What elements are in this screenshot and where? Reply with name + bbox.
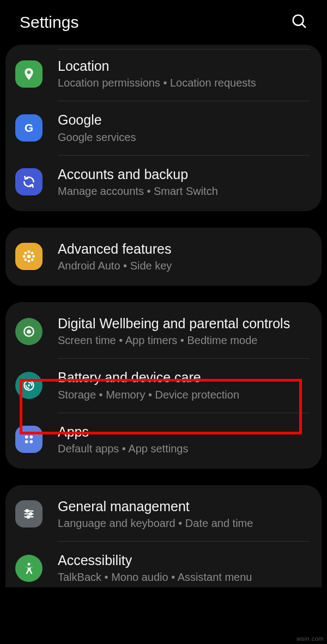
item-title: General management (58, 498, 312, 515)
svg-point-26 (28, 563, 31, 566)
watermark-text: wsin.com (296, 635, 324, 642)
settings-header: Settings (0, 0, 327, 45)
item-subtitle: Location permissions • Location requests (58, 76, 312, 90)
settings-item-google[interactable]: G Google Google services (5, 101, 322, 155)
item-title: Advanced features (58, 241, 312, 257)
svg-point-16 (25, 436, 28, 439)
svg-text:G: G (25, 121, 33, 133)
item-title: Location (58, 58, 312, 75)
device-care-icon (15, 372, 43, 399)
svg-point-7 (32, 255, 35, 258)
item-subtitle: Screen time • App timers • Bedtime mode (58, 333, 312, 347)
settings-item-accounts[interactable]: Accounts and backup Manage accounts • Sm… (5, 155, 322, 209)
item-subtitle: Default apps • App settings (58, 441, 312, 456)
svg-point-6 (23, 255, 26, 258)
svg-point-18 (25, 440, 28, 444)
sliders-icon (15, 500, 43, 528)
svg-point-21 (26, 510, 28, 512)
settings-group: Digital Wellbeing and parental controls … (5, 302, 322, 469)
item-title: Battery and device care (58, 369, 312, 386)
item-text: General management Language and keyboard… (58, 498, 312, 530)
wellbeing-icon (15, 318, 43, 345)
item-subtitle: Storage • Memory • Device protection (58, 388, 312, 402)
location-pin-icon (15, 60, 43, 88)
item-text: Accounts and backup Manage accounts • Sm… (58, 166, 312, 198)
svg-point-19 (30, 440, 33, 444)
settings-item-general[interactable]: General management Language and keyboard… (5, 487, 322, 541)
settings-group: Location Location permissions • Location… (5, 45, 322, 211)
item-subtitle: TalkBack • Mono audio • Assistant menu (58, 570, 312, 584)
svg-point-10 (24, 259, 27, 261)
svg-point-8 (24, 252, 27, 255)
item-subtitle: Manage accounts • Smart Switch (58, 184, 312, 198)
item-text: Google Google services (58, 112, 312, 144)
svg-point-5 (28, 260, 31, 263)
svg-point-3 (27, 255, 31, 259)
svg-point-15 (28, 384, 30, 387)
sync-icon (15, 168, 43, 195)
settings-item-wellbeing[interactable]: Digital Wellbeing and parental controls … (5, 304, 322, 358)
item-text: Accessibility TalkBack • Mono audio • As… (58, 552, 312, 584)
item-text: Battery and device care Storage • Memory… (58, 369, 312, 401)
item-text: Digital Wellbeing and parental controls … (58, 315, 312, 347)
page-title: Settings (20, 13, 78, 32)
item-title: Accounts and backup (58, 166, 312, 183)
svg-point-25 (27, 516, 29, 518)
svg-point-17 (30, 436, 33, 439)
settings-item-battery[interactable]: Battery and device care Storage • Memory… (5, 358, 322, 412)
svg-line-1 (302, 24, 305, 27)
settings-item-location[interactable]: Location Location permissions • Location… (5, 47, 322, 101)
item-text: Location Location permissions • Location… (58, 58, 312, 90)
settings-item-advanced[interactable]: Advanced features Android Auto • Side ke… (5, 230, 322, 284)
google-icon: G (15, 114, 43, 142)
item-subtitle: Google services (58, 130, 312, 144)
svg-point-13 (27, 329, 31, 333)
svg-point-9 (31, 252, 34, 255)
item-title: Google (58, 112, 312, 128)
item-subtitle: Language and keyboard • Date and time (58, 516, 312, 530)
gear-flower-icon (15, 243, 43, 270)
svg-point-11 (31, 259, 34, 261)
item-text: Advanced features Android Auto • Side ke… (58, 241, 312, 273)
settings-item-apps[interactable]: Apps Default apps • App settings (5, 413, 322, 467)
item-title: Digital Wellbeing and parental controls (58, 315, 312, 332)
item-text: Apps Default apps • App settings (58, 424, 312, 456)
item-subtitle: Android Auto • Side key (58, 259, 312, 273)
svg-point-4 (28, 250, 31, 253)
settings-group: General management Language and keyboard… (5, 485, 322, 588)
item-title: Apps (58, 424, 312, 440)
apps-grid-icon (15, 426, 43, 453)
search-icon[interactable] (291, 13, 307, 32)
svg-point-23 (29, 513, 32, 515)
settings-group: Advanced features Android Auto • Side ke… (5, 228, 322, 286)
settings-item-accessibility[interactable]: Accessibility TalkBack • Mono audio • As… (5, 541, 322, 587)
accessibility-icon (15, 555, 43, 582)
item-title: Accessibility (58, 552, 312, 569)
